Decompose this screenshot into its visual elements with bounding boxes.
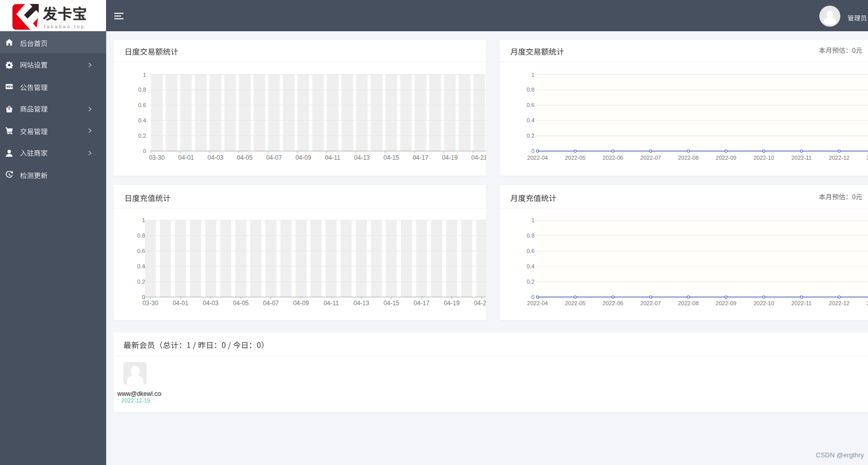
svg-text:2022-11: 2022-11: [791, 300, 812, 306]
svg-text:0.6: 0.6: [137, 248, 145, 254]
svg-text:1: 1: [143, 72, 146, 78]
svg-text:04-07: 04-07: [263, 300, 279, 307]
svg-text:1: 1: [531, 217, 534, 223]
svg-text:0: 0: [143, 148, 146, 154]
svg-text:2022-10: 2022-10: [753, 300, 774, 306]
svg-text:0.2: 0.2: [527, 279, 534, 285]
svg-text:04-05: 04-05: [233, 300, 249, 307]
svg-text:04-09: 04-09: [296, 154, 312, 161]
svg-text:2022-11: 2022-11: [791, 155, 812, 161]
svg-text:2022-08: 2022-08: [678, 155, 698, 161]
svg-text:0: 0: [531, 294, 534, 300]
svg-text:04-05: 04-05: [237, 154, 253, 161]
svg-text:04-21: 04-21: [474, 300, 486, 307]
svg-text:0.8: 0.8: [527, 233, 534, 239]
svg-text:2022-05: 2022-05: [565, 155, 585, 161]
svg-text:04-07: 04-07: [266, 154, 282, 161]
svg-text:0.4: 0.4: [527, 117, 534, 123]
svg-text:2022-09: 2022-09: [716, 300, 736, 306]
svg-text:0.6: 0.6: [138, 102, 146, 108]
svg-text:04-11: 04-11: [323, 300, 339, 307]
svg-text:04-21: 04-21: [471, 154, 486, 161]
svg-text:2022-10: 2022-10: [753, 155, 774, 161]
svg-text:2022-04: 2022-04: [527, 300, 548, 306]
svg-text:04-03: 04-03: [208, 154, 223, 161]
svg-text:2022-04: 2022-04: [527, 155, 548, 161]
svg-text:04-19: 04-19: [444, 300, 460, 307]
svg-text:04-15: 04-15: [384, 300, 400, 307]
svg-text:0.4: 0.4: [137, 263, 145, 269]
svg-text:04-09: 04-09: [293, 300, 309, 307]
svg-text:0.4: 0.4: [138, 117, 146, 123]
svg-text:2022-08: 2022-08: [678, 300, 698, 306]
svg-text:0.8: 0.8: [137, 233, 145, 239]
svg-text:2022-07: 2022-07: [640, 155, 661, 161]
svg-text:0.4: 0.4: [527, 263, 534, 269]
svg-text:0.6: 0.6: [527, 102, 534, 108]
svg-text:2022-07: 2022-07: [640, 300, 661, 306]
svg-text:03-30: 03-30: [142, 300, 158, 307]
svg-text:04-13: 04-13: [354, 154, 370, 161]
svg-text:03-30: 03-30: [149, 154, 165, 161]
svg-text:2022-06: 2022-06: [603, 300, 623, 306]
svg-text:0.2: 0.2: [138, 133, 146, 139]
svg-text:04-11: 04-11: [325, 154, 340, 161]
svg-text:2022-05: 2022-05: [565, 300, 585, 306]
svg-text:2022-12: 2022-12: [829, 155, 850, 161]
svg-text:0.2: 0.2: [527, 133, 534, 139]
svg-text:2022-12: 2022-12: [829, 300, 850, 306]
svg-text:04-15: 04-15: [383, 154, 399, 161]
svg-text:0.8: 0.8: [138, 87, 146, 93]
svg-text:2022-06: 2022-06: [603, 155, 623, 161]
svg-text:04-19: 04-19: [442, 154, 458, 161]
svg-text:2022-09: 2022-09: [716, 155, 736, 161]
svg-text:04-17: 04-17: [414, 300, 429, 307]
svg-text:04-03: 04-03: [203, 300, 219, 307]
svg-text:04-17: 04-17: [412, 154, 428, 161]
svg-text:1: 1: [142, 217, 145, 223]
svg-text:1: 1: [531, 72, 534, 78]
svg-text:0.8: 0.8: [527, 87, 534, 93]
svg-text:0.6: 0.6: [527, 248, 534, 254]
svg-text:04-01: 04-01: [178, 154, 194, 161]
svg-text:04-13: 04-13: [354, 300, 369, 307]
svg-text:0.2: 0.2: [137, 279, 145, 285]
svg-text:0: 0: [531, 148, 534, 154]
svg-text:04-01: 04-01: [173, 300, 189, 307]
